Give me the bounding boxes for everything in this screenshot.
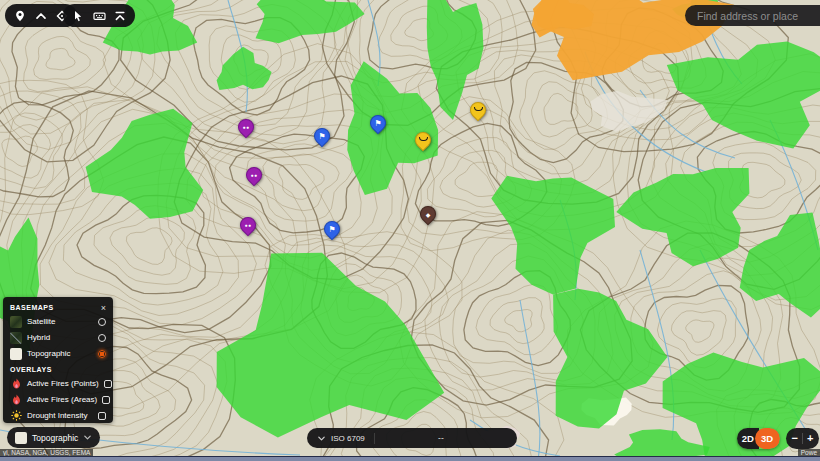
hybrid-thumbnail xyxy=(10,332,22,344)
keyboard-icon[interactable] xyxy=(92,9,106,23)
checkbox-drought[interactable] xyxy=(98,412,106,420)
toggle-3d-button[interactable]: 3D xyxy=(755,428,780,449)
search-input[interactable] xyxy=(695,9,820,23)
coordinate-format-label: ISO 6709 xyxy=(331,434,365,443)
overlay-option-label: Active Fires (Points) xyxy=(27,379,99,388)
basemap-dropdown-label: Topographic xyxy=(32,433,78,443)
map-canvas[interactable] xyxy=(0,0,820,461)
overlays-title: OVERLAYS xyxy=(10,366,52,373)
basemaps-panel: BASEMAPS × Satellite Hybrid Topographic … xyxy=(3,297,113,423)
basemap-option-label: Topographic xyxy=(27,349,93,358)
zoom-controls: − + xyxy=(786,428,819,449)
dimension-toggle: 2D 3D xyxy=(737,428,780,449)
basemap-option-topographic[interactable]: Topographic xyxy=(10,347,106,360)
overlay-option-fires-points[interactable]: Active Fires (Points) xyxy=(10,377,106,390)
location-marker-icon[interactable] xyxy=(13,9,27,23)
satellite-thumbnail xyxy=(10,316,22,328)
zoom-out-button[interactable]: − xyxy=(792,433,798,444)
checkbox-fires-points[interactable] xyxy=(104,380,112,388)
basemaps-title: BASEMAPS xyxy=(10,304,54,311)
radio-hybrid[interactable] xyxy=(98,334,106,342)
zoom-in-button[interactable]: + xyxy=(807,433,813,444)
divider xyxy=(802,433,803,444)
flame-icon xyxy=(10,378,22,390)
checkbox-fires-areas[interactable] xyxy=(102,396,110,404)
basemap-option-satellite[interactable]: Satellite xyxy=(10,315,106,328)
sun-icon xyxy=(10,410,22,422)
horizontal-scrollbar[interactable] xyxy=(0,456,820,461)
basemap-option-hybrid[interactable]: Hybrid xyxy=(10,331,106,344)
collapse-icon[interactable] xyxy=(113,9,127,23)
close-icon[interactable]: × xyxy=(101,304,106,312)
chevron-down-icon xyxy=(83,433,92,442)
flame-icon xyxy=(10,394,22,406)
radio-satellite[interactable] xyxy=(98,318,106,326)
cursor-icon[interactable] xyxy=(71,9,85,23)
topographic-thumbnail xyxy=(10,348,22,360)
basemap-dropdown[interactable]: Topographic xyxy=(7,427,100,448)
basemap-option-label: Satellite xyxy=(27,317,93,326)
overlay-option-drought[interactable]: Drought Intensity xyxy=(10,409,106,422)
map-application: ●●●●●●⚑⚑⚑◆ BASEMAPS × xyxy=(0,0,820,461)
coordinates-bar[interactable]: ISO 6709 -- xyxy=(307,428,517,448)
toolbar-tools xyxy=(63,4,135,27)
coordinate-value: -- xyxy=(375,433,507,443)
chevron-up-icon[interactable] xyxy=(34,9,48,23)
overlay-option-label: Active Fires (Areas) xyxy=(27,395,97,404)
overlay-option-fires-areas[interactable]: Active Fires (Areas) xyxy=(10,393,106,406)
radio-topographic[interactable] xyxy=(98,350,106,358)
overlay-option-label: Drought Intensity xyxy=(27,411,93,420)
search-bar xyxy=(685,5,820,26)
basemap-option-label: Hybrid xyxy=(27,333,93,342)
topographic-thumbnail xyxy=(15,432,27,444)
chevron-down-icon[interactable] xyxy=(317,434,326,443)
